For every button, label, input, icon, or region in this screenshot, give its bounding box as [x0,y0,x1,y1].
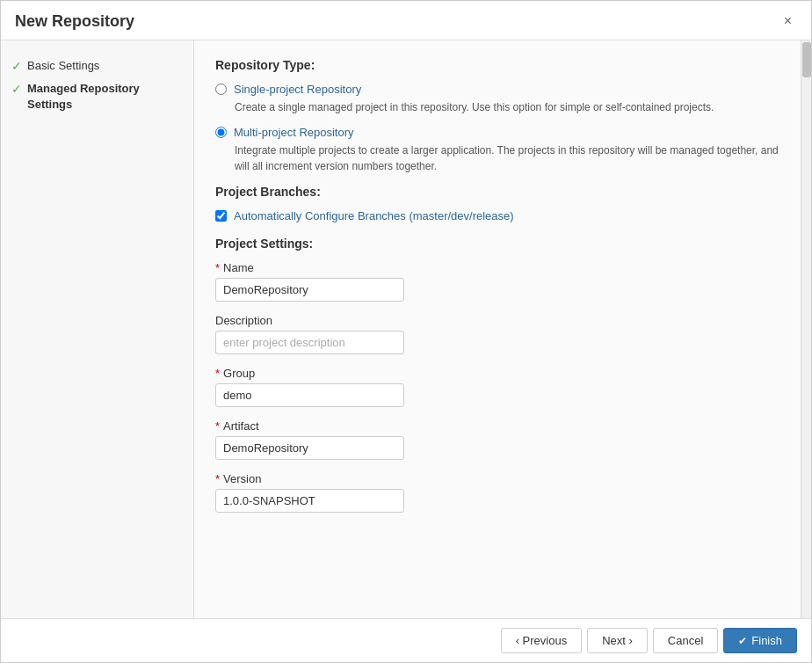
name-label: *Name [215,261,779,274]
version-input[interactable] [215,489,404,513]
single-project-radio[interactable] [215,84,227,95]
finish-button[interactable]: ✔ Finish [723,628,797,653]
cancel-button[interactable]: Cancel [653,628,718,653]
dialog-footer: ‹ Previous Next › Cancel ✔ Finish [1,618,811,662]
name-required-marker: * [215,261,220,274]
repo-type-group: Single-project Repository Create a singl… [215,83,779,174]
auto-configure-option: Automatically Configure Branches (master… [215,209,779,222]
version-required-marker: * [215,472,220,485]
sidebar-item-label-basic: Basic Settings [27,58,99,74]
sidebar-item-basic-settings[interactable]: ✓ Basic Settings [11,55,183,77]
multi-project-option: Multi-project Repository [215,126,779,139]
previous-button[interactable]: ‹ Previous [501,628,583,653]
dialog-body: ✓ Basic Settings ✓ Managed Repository Se… [1,40,811,618]
multi-project-label[interactable]: Multi-project Repository [234,126,354,139]
check-icon-managed: ✓ [11,82,22,96]
sidebar-item-label-managed: Managed Repository Settings [27,81,183,113]
group-label: *Group [215,367,779,380]
project-settings-title: Project Settings: [215,237,779,251]
single-project-option: Single-project Repository [215,83,779,96]
new-repository-dialog: New Repository × ✓ Basic Settings ✓ Mana… [0,0,812,663]
sidebar: ✓ Basic Settings ✓ Managed Repository Se… [1,40,194,618]
close-button[interactable]: × [779,11,797,31]
artifact-group: *Artifact [215,419,779,460]
description-input[interactable] [215,331,404,354]
auto-configure-label[interactable]: Automatically Configure Branches (master… [234,209,514,222]
dialog-title: New Repository [15,12,134,31]
name-input[interactable] [215,278,404,302]
finish-label: Finish [751,634,782,647]
project-branches-title: Project Branches: [215,185,779,199]
artifact-required-marker: * [215,419,220,433]
dialog-header: New Repository × [1,1,811,40]
check-icon-basic: ✓ [11,59,22,73]
version-group: *Version [215,472,779,513]
sidebar-item-managed-repo[interactable]: ✓ Managed Repository Settings [11,77,183,116]
artifact-input[interactable] [215,436,404,460]
finish-check-icon: ✔ [738,635,747,647]
repo-type-title: Repository Type: [215,58,779,72]
name-group: *Name [215,261,779,302]
main-content: Repository Type: Single-project Reposito… [194,40,801,618]
group-input[interactable] [215,383,404,407]
version-label: *Version [215,472,779,485]
multi-project-desc: Integrate multiple projects to create a … [235,142,779,174]
description-group: Description [215,314,779,354]
auto-configure-checkbox[interactable] [215,210,227,222]
scrollbar-track [801,40,811,618]
next-button[interactable]: Next › [587,628,648,653]
scrollbar-thumb[interactable] [802,42,811,77]
multi-project-radio[interactable] [215,127,227,138]
group-group: *Group [215,367,779,407]
group-required-marker: * [215,367,220,380]
description-label: Description [215,314,779,327]
artifact-label: *Artifact [215,419,779,433]
single-project-label[interactable]: Single-project Repository [234,83,361,96]
single-project-desc: Create a single managed project in this … [235,99,779,115]
